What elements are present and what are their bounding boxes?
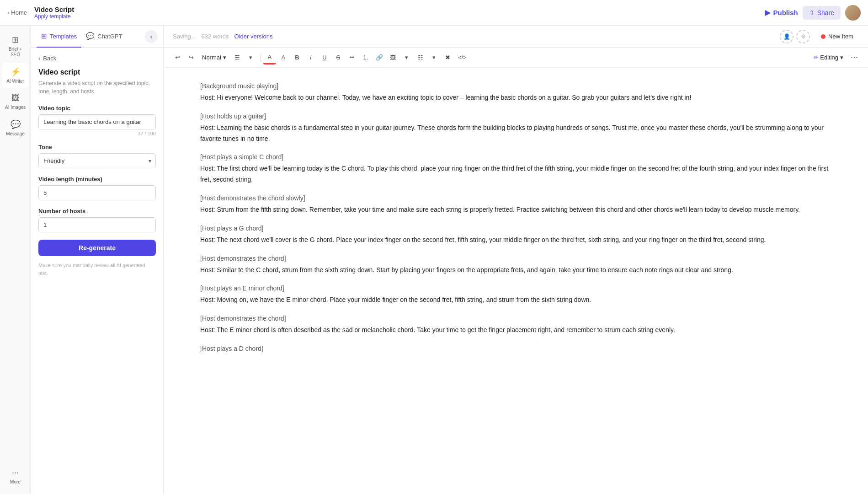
host-dialogue: Host: Strum from the fifth string down. … — [200, 204, 831, 215]
main-layout: ⊞ Brief + SEO ⚡ AI Writer 🖼 AI Images 💬 … — [0, 26, 868, 494]
sidebar-item-ai-writer[interactable]: ⚡ AI Writer — [2, 63, 29, 88]
back-home-button[interactable]: ‹ Home — [7, 9, 27, 16]
header-title-group: Video Script Apply template — [34, 5, 74, 20]
host-dialogue: Host: Moving on, we have the E minor cho… — [200, 295, 831, 306]
collapse-panel-button[interactable]: ‹ — [145, 30, 158, 43]
new-item-button[interactable]: New Item — [815, 30, 859, 43]
icon-sidebar: ⊞ Brief + SEO ⚡ AI Writer 🖼 AI Images 💬 … — [0, 26, 31, 494]
tone-group: Tone Friendly Professional Casual Formal… — [38, 144, 156, 168]
editor-format-toolbar: ↩ ↪ Normal ▾ ☰ ▾ A A B I U S •• 1. 🔗 🖼 ▾… — [164, 48, 868, 68]
video-length-group: Video length (minutes) — [38, 176, 156, 200]
back-chevron-icon: ‹ — [38, 55, 40, 62]
back-to-templates-link[interactable]: ‹ Back — [38, 55, 156, 62]
collab-icons: 👤 ⚙ — [780, 30, 810, 43]
host-dialogue: Host: The next chord we'll cover is the … — [200, 235, 831, 246]
lightning-icon: ⚡ — [11, 67, 21, 77]
table-button[interactable]: ☷ — [414, 51, 427, 64]
video-topic-group: Video topic 37 / 100 — [38, 105, 156, 136]
template-description: Generate a video script on the specified… — [38, 79, 156, 96]
chatgpt-tab-icon: 💬 — [86, 32, 95, 40]
image-insert-button[interactable]: 🖼 — [387, 51, 399, 64]
sidebar-brief-seo-label: Brief + SEO — [5, 47, 26, 58]
template-title: Video script — [38, 68, 156, 76]
sidebar-item-ai-images[interactable]: 🖼 AI Images — [2, 90, 29, 114]
video-length-input[interactable] — [38, 185, 156, 200]
settings-icon: ⚙ — [801, 33, 806, 40]
strikethrough-button[interactable]: S — [332, 51, 345, 64]
sidebar-item-brief-seo[interactable]: ⊞ Brief + SEO — [2, 31, 29, 61]
video-topic-input[interactable] — [38, 114, 156, 129]
format-style-select[interactable]: Normal ▾ — [198, 51, 230, 64]
stage-direction: [Host demonstrates the chord slowly] — [200, 194, 831, 202]
stage-direction: [Host demonstrates the chord] — [200, 255, 831, 262]
bullet-list-button[interactable]: •• — [346, 51, 358, 64]
host-dialogue: Host: Similar to the C chord, strum from… — [200, 265, 831, 276]
align-chevron-button[interactable]: ▾ — [245, 51, 257, 64]
editor-area: Saving... 632 words Older versions 👤 ⚙ N… — [164, 26, 868, 494]
collab-icon-person[interactable]: 👤 — [780, 30, 793, 43]
host-dialogue: Host: Hi everyone! Welcome back to our c… — [200, 92, 831, 103]
num-hosts-input[interactable] — [38, 217, 156, 232]
tone-select-wrapper: Friendly Professional Casual Formal Humo… — [38, 153, 156, 168]
tab-templates[interactable]: ⊞ Templates — [37, 26, 81, 48]
font-color-button[interactable]: A — [263, 51, 276, 64]
pencil-icon: ✏ — [814, 54, 818, 61]
stage-direction: [Host plays a D chord] — [200, 345, 831, 352]
align-button[interactable]: ☰ — [231, 51, 244, 64]
share-button[interactable]: ⇧ Share — [803, 6, 841, 20]
document-title: Video Script — [34, 5, 74, 13]
sidebar-item-message[interactable]: 💬 Message — [2, 116, 29, 140]
panel-sidebar: ⊞ Templates 💬 ChatGPT ‹ ‹ Back Video scr… — [31, 26, 164, 494]
publish-label: Publish — [773, 9, 798, 16]
person-icon: 👤 — [783, 33, 790, 40]
link-button[interactable]: 🔗 — [373, 51, 386, 64]
undo-button[interactable]: ↩ — [171, 51, 184, 64]
table-chevron-button[interactable]: ▾ — [428, 51, 441, 64]
video-topic-label: Video topic — [38, 105, 156, 112]
word-count: 632 words — [202, 33, 229, 40]
code-button[interactable]: </> — [455, 51, 469, 64]
avatar[interactable] — [845, 5, 861, 21]
more-toolbar-button[interactable]: ⋯ — [848, 51, 861, 64]
share-label: Share — [817, 9, 834, 16]
older-versions-link[interactable]: Older versions — [234, 33, 273, 40]
sidebar-ai-images-label: AI Images — [5, 105, 26, 110]
templates-tab-label: Templates — [50, 33, 77, 40]
clear-format-button[interactable]: ✖ — [442, 51, 454, 64]
editor-content[interactable]: [Background music playing]Host: Hi every… — [164, 68, 868, 494]
collab-icon-settings[interactable]: ⚙ — [796, 30, 810, 43]
image-chevron-button[interactable]: ▾ — [400, 51, 413, 64]
chevron-left-icon: ‹ — [7, 9, 9, 16]
highlight-button[interactable]: A — [277, 51, 290, 64]
templates-tab-icon: ⊞ — [41, 32, 47, 40]
stage-direction: [Background music playing] — [200, 82, 831, 90]
regenerate-button[interactable]: Re-generate — [38, 240, 156, 256]
new-item-dot — [821, 34, 825, 39]
num-hosts-group: Number of hosts — [38, 208, 156, 232]
stage-direction: [Host demonstrates the chord] — [200, 315, 831, 322]
publish-button[interactable]: ▶ Publish — [765, 8, 798, 17]
italic-button[interactable]: I — [304, 51, 317, 64]
sidebar-item-more[interactable]: ··· More — [2, 464, 29, 489]
home-link-label: Home — [11, 9, 27, 16]
editing-mode-button[interactable]: ✏ Editing ▾ — [810, 51, 847, 64]
grid-icon: ⊞ — [12, 35, 19, 45]
back-label: Back — [43, 55, 56, 62]
redo-button[interactable]: ↪ — [185, 51, 197, 64]
tone-select[interactable]: Friendly Professional Casual Formal Humo… — [38, 153, 156, 168]
apply-template-link[interactable]: Apply template — [34, 13, 74, 20]
char-count: 37 / 100 — [38, 131, 156, 136]
format-style-chevron: ▾ — [223, 54, 226, 61]
ai-disclaimer: Make sure you manually review all AI gen… — [38, 262, 156, 277]
underline-button[interactable]: U — [318, 51, 331, 64]
bold-button[interactable]: B — [291, 51, 304, 64]
sidebar-more-label: More — [10, 479, 21, 485]
stage-direction: [Host plays a G chord] — [200, 225, 831, 232]
stage-direction: [Host plays an E minor chord] — [200, 285, 831, 292]
tab-chatgpt[interactable]: 💬 ChatGPT — [81, 26, 127, 48]
chatgpt-tab-label: ChatGPT — [97, 33, 122, 40]
editing-chevron: ▾ — [840, 54, 843, 61]
stage-direction: [Host plays a simple C chord] — [200, 153, 831, 161]
editing-label: Editing — [820, 54, 838, 61]
ordered-list-button[interactable]: 1. — [359, 51, 372, 64]
